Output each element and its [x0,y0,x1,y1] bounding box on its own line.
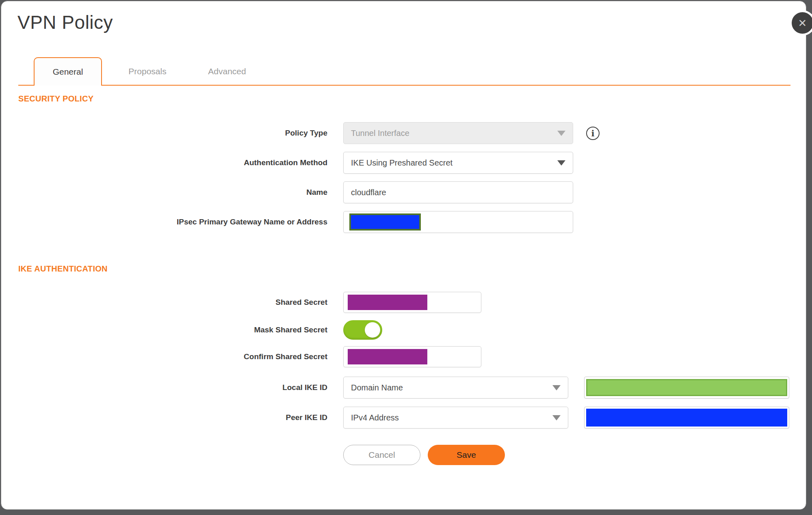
policy-type-label: Policy Type [18,129,327,138]
peer-ike-id-row: Peer IKE ID IPv4 Address [18,407,789,429]
page-title: VPN Policy [17,11,806,34]
tab-bar: General Proposals Advanced [18,57,790,86]
peer-ike-id-label: Peer IKE ID [18,413,327,422]
name-row: Name cloudflare [18,181,789,203]
shared-secret-input[interactable] [343,292,481,313]
peer-ike-id-type-select[interactable]: IPv4 Address [343,407,568,429]
chevron-down-icon [557,131,565,136]
dialog-actions: Cancel Save [343,445,789,465]
section-ike-authentication: IKE AUTHENTICATION [18,263,789,274]
confirm-shared-secret-row: Confirm Shared Secret [18,346,789,367]
gateway-input[interactable] [343,211,573,233]
redacted-confirm-shared-secret-value [348,349,427,364]
tab-proposals[interactable]: Proposals [113,57,182,86]
mask-shared-secret-label: Mask Shared Secret [18,325,327,334]
shared-secret-row: Shared Secret [18,292,789,313]
chevron-down-icon [557,160,565,166]
name-value: cloudflare [351,188,386,197]
local-ike-id-row: Local IKE ID Domain Name [18,377,789,399]
authentication-method-row: Authentication Method IKE Using Preshare… [18,152,789,174]
close-button[interactable]: ✕ [792,12,812,34]
local-ike-id-type-select[interactable]: Domain Name [343,377,568,399]
tab-general[interactable]: General [34,57,102,86]
authentication-method-value: IKE Using Preshared Secret [351,158,453,168]
shared-secret-label: Shared Secret [18,298,327,307]
name-input[interactable]: cloudflare [343,181,573,203]
authentication-method-select[interactable]: IKE Using Preshared Secret [343,152,573,174]
redacted-peer-ike-id-value [586,409,787,427]
policy-type-value: Tunnel Interface [351,129,409,138]
mask-shared-secret-toggle[interactable] [343,320,382,340]
local-ike-id-value-input[interactable] [584,377,789,399]
peer-ike-id-type-value: IPv4 Address [351,413,399,422]
gateway-row: IPsec Primary Gateway Name or Address [18,211,789,233]
confirm-shared-secret-label: Confirm Shared Secret [18,352,327,361]
close-icon: ✕ [798,18,807,28]
redacted-gateway-value [349,213,421,231]
local-ike-id-label: Local IKE ID [18,383,327,392]
redacted-shared-secret-value [348,295,427,310]
save-button[interactable]: Save [428,445,505,465]
tab-underline [18,85,790,86]
name-label: Name [18,188,327,197]
local-ike-id-type-value: Domain Name [351,383,403,392]
gateway-label: IPsec Primary Gateway Name or Address [18,218,327,226]
modal-backdrop: VPN Policy General Proposals Advanced SE… [0,0,812,515]
policy-type-row: Policy Type Tunnel Interface i [18,122,789,144]
chevron-down-icon [552,415,561,420]
peer-ike-id-value-input[interactable] [584,407,789,429]
confirm-shared-secret-input[interactable] [343,346,481,367]
tab-advanced[interactable]: Advanced [193,57,261,86]
cancel-button[interactable]: Cancel [343,445,420,465]
mask-shared-secret-row: Mask Shared Secret [18,320,789,340]
info-icon[interactable]: i [586,127,600,140]
authentication-method-label: Authentication Method [18,158,327,167]
section-security-policy: SECURITY POLICY [18,93,789,104]
chevron-down-icon [552,385,561,390]
vpn-policy-dialog: VPN Policy General Proposals Advanced SE… [1,1,806,510]
policy-type-select: Tunnel Interface [343,122,573,144]
redacted-local-ike-id-value [586,379,787,396]
toggle-knob [365,322,380,338]
